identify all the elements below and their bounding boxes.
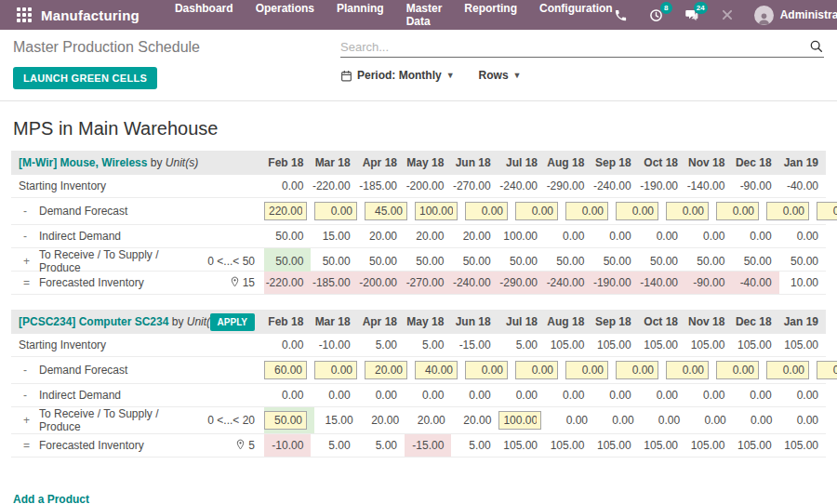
- menu-item-configuration[interactable]: Configuration: [539, 2, 613, 28]
- table-cell: 105.00: [639, 334, 685, 356]
- app-name[interactable]: Manufacturing: [41, 7, 140, 23]
- forecast-cell-input[interactable]: [264, 361, 307, 379]
- table-cell: [616, 357, 666, 383]
- table-cell: -200.00: [405, 175, 451, 197]
- phone-icon[interactable]: [613, 7, 630, 23]
- table-cell: [766, 357, 817, 383]
- forecast-cell-input[interactable]: [465, 361, 508, 379]
- table-cell: 0.00: [685, 384, 732, 406]
- table-cell: 5.00: [358, 334, 405, 356]
- forecast-cell-input[interactable]: [465, 202, 508, 220]
- table-cell: -270.00: [405, 272, 451, 294]
- period-dropdown[interactable]: Period: Monthly ▼: [340, 69, 455, 82]
- forecast-cell-input[interactable]: [817, 361, 837, 379]
- forecast-cell-input[interactable]: [314, 361, 357, 379]
- forecast-cell-input[interactable]: [716, 202, 759, 220]
- table-cell: [314, 357, 365, 383]
- table-cell: -290.00: [545, 175, 591, 197]
- table-cell: 0.00: [732, 384, 778, 406]
- table-row: +To Receive / To Supply / Produce0 <...<…: [11, 407, 826, 434]
- forecast-cell-input[interactable]: [616, 202, 658, 220]
- column-header: Dec 18: [732, 310, 778, 334]
- apps-menu-icon[interactable]: [17, 7, 32, 22]
- forecast-cell-input[interactable]: [365, 361, 407, 379]
- forecast-cell-input[interactable]: [415, 202, 458, 220]
- row-note: [203, 357, 264, 383]
- table-cell: 0.00: [591, 384, 638, 406]
- table-cell: [465, 198, 515, 224]
- table-cell: [264, 407, 314, 433]
- forecast-cell-input[interactable]: [264, 411, 307, 430]
- table-cell: [515, 357, 565, 383]
- table-cell: [264, 357, 314, 383]
- menu-item-reporting[interactable]: Reporting: [464, 2, 517, 28]
- table-cell: -240.00: [591, 175, 638, 197]
- menu-item-dashboard[interactable]: Dashboard: [175, 2, 233, 28]
- table-cell: [666, 198, 716, 224]
- menu-item-master-data[interactable]: Master Data: [406, 2, 443, 28]
- forecast-cell-input[interactable]: [365, 202, 407, 220]
- row-note: [203, 384, 264, 406]
- forecast-cell-input[interactable]: [314, 202, 357, 220]
- row-label: -Indirect Demand: [11, 384, 203, 406]
- forecast-cell-input[interactable]: [716, 361, 759, 379]
- forecast-cell-input[interactable]: [498, 411, 541, 430]
- search-input[interactable]: [340, 40, 809, 54]
- product-name-link[interactable]: [PCSC234] Computer SC234: [19, 315, 168, 328]
- table-cell: [365, 198, 415, 224]
- forecast-cell-input[interactable]: [766, 361, 809, 379]
- table-cell: 5.00: [451, 434, 498, 457]
- column-header: Aug 18: [545, 151, 591, 175]
- column-header: Mar 18: [311, 310, 357, 334]
- table-cell: 0.00: [687, 407, 734, 433]
- table-cell: 50.00: [591, 248, 638, 274]
- table-cell: 20.00: [453, 407, 499, 433]
- table-cell: 5.00: [405, 334, 451, 356]
- table-cell: [365, 357, 415, 383]
- table-cell: -15.00: [405, 434, 451, 457]
- forecast-cell-input[interactable]: [817, 202, 837, 220]
- activity-clock-icon[interactable]: 8: [648, 7, 665, 23]
- forecast-cell-input[interactable]: [515, 361, 558, 379]
- table-cell: 0.00: [642, 407, 688, 433]
- table-cell: 105.00: [685, 434, 732, 457]
- forecast-cell-input[interactable]: [264, 202, 307, 220]
- search-icon[interactable]: [809, 39, 824, 54]
- rows-dropdown[interactable]: Rows ▼: [479, 69, 522, 82]
- table-cell: 105.00: [545, 334, 591, 356]
- table-cell: 0.00: [779, 225, 826, 247]
- forecast-cell-input[interactable]: [766, 202, 809, 220]
- column-header: Feb 18: [264, 310, 311, 334]
- row-note: [203, 175, 264, 197]
- add-product-link[interactable]: Add a Product: [13, 493, 89, 504]
- launch-green-cells-button[interactable]: LAUNCH GREEN CELLS: [13, 67, 157, 89]
- row-label: -Indirect Demand: [11, 225, 203, 247]
- column-header: Sep 18: [591, 151, 638, 175]
- menu-item-planning[interactable]: Planning: [337, 2, 384, 28]
- forecast-cell-input[interactable]: [666, 361, 709, 379]
- table-cell: 0.00: [591, 225, 638, 247]
- table-row: Starting Inventory0.00-10.005.005.00-15.…: [11, 334, 826, 357]
- messages-icon[interactable]: 24: [684, 7, 700, 23]
- table-cell: 105.00: [779, 334, 826, 356]
- forecast-cell-input[interactable]: [565, 202, 608, 220]
- by-text: by: [168, 315, 186, 328]
- user-menu[interactable]: Administrator: [754, 6, 837, 25]
- table-cell: [817, 357, 837, 383]
- menu-item-operations[interactable]: Operations: [256, 2, 314, 28]
- column-header: Jan 19: [779, 151, 826, 175]
- apply-button[interactable]: APPLY: [210, 313, 255, 331]
- table-row: +To Receive / To Supply / Produce0 <...<…: [11, 248, 826, 272]
- forecast-cell-input[interactable]: [666, 202, 709, 220]
- product-name-link[interactable]: [M-Wir] Mouse, Wireless: [19, 156, 147, 169]
- forecast-cell-input[interactable]: [515, 202, 558, 220]
- column-header: Dec 18: [732, 151, 778, 175]
- forecast-cell-input[interactable]: [565, 361, 608, 379]
- mps-heading: MPS in Main Warehouse: [13, 118, 824, 139]
- support-tools-icon[interactable]: [719, 7, 736, 23]
- forecast-cell-input[interactable]: [616, 361, 658, 379]
- table-cell: [498, 407, 549, 433]
- column-header: Apr 18: [358, 310, 405, 334]
- forecast-cell-input[interactable]: [415, 361, 458, 379]
- calendar-icon: [340, 70, 352, 82]
